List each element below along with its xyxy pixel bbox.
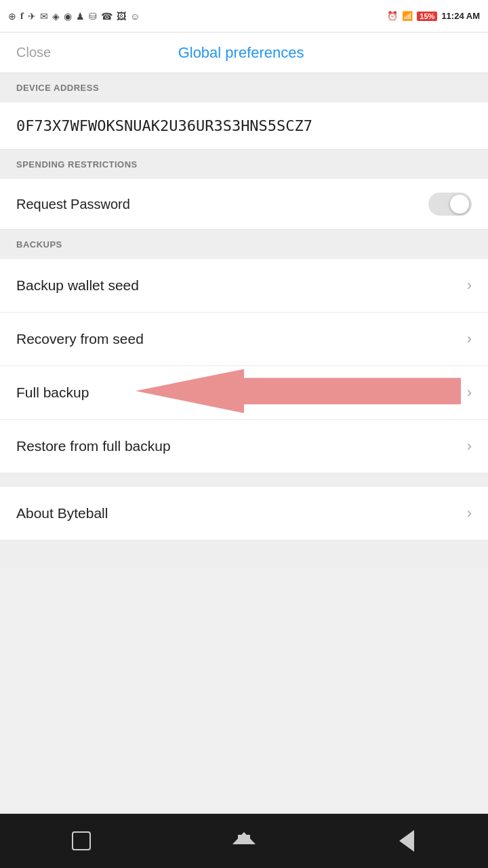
spending-restrictions-section-header: SPENDING RESTRICTIONS: [0, 150, 488, 179]
battery-indicator: 15%: [417, 12, 437, 21]
main-content: DEVICE ADDRESS 0F73X7WFWOKSNUAK2U36UR3S3…: [0, 73, 488, 622]
backup-wallet-seed-label: Backup wallet seed: [16, 277, 139, 294]
browser-icon: ⊕: [8, 11, 16, 22]
game-icon: ♟: [76, 11, 85, 22]
request-password-label: Request Password: [16, 197, 130, 212]
vpn-icon: ⛁: [89, 11, 97, 22]
image-icon: 🖼: [117, 11, 126, 22]
alarm-icon: ⏰: [387, 11, 398, 21]
about-byteball-row[interactable]: About Byteball ›: [0, 487, 488, 540]
recovery-from-seed-label: Recovery from seed: [16, 331, 144, 347]
status-bar: ⊕ 𝐟 ✈ ✉ ◈ ◉ ♟ ⛁ ☎ 🖼 ☺ ⏰ 📶 15% 11:24 AM: [0, 0, 488, 33]
request-password-toggle[interactable]: [428, 193, 472, 216]
request-password-row: Request Password: [0, 179, 488, 230]
signal-icon: 📶: [402, 11, 413, 21]
recovery-from-seed-chevron: ›: [467, 330, 472, 348]
square-icon: [72, 831, 91, 850]
close-button[interactable]: Close: [16, 45, 51, 60]
restore-from-full-backup-row[interactable]: Restore from full backup ›: [0, 420, 488, 473]
page-title: Global preferences: [178, 44, 304, 62]
telegram-icon: ✈: [28, 11, 36, 22]
emoji-icon: ☺: [130, 11, 140, 22]
facebook-icon: 𝐟: [20, 10, 24, 22]
backup-wallet-seed-row[interactable]: Backup wallet seed ›: [0, 259, 488, 313]
status-bar-icons: ⊕ 𝐟 ✈ ✉ ◈ ◉ ♟ ⛁ ☎ 🖼 ☺: [8, 10, 140, 22]
full-backup-label: Full backup: [16, 384, 89, 401]
nav-home-button[interactable]: [227, 824, 261, 858]
about-byteball-chevron: ›: [467, 505, 472, 522]
bottom-spacer: [0, 540, 488, 568]
svg-marker-0: [136, 369, 461, 413]
status-bar-right: ⏰ 📶 15% 11:24 AM: [387, 11, 480, 21]
device-address-value: 0F73X7WFWOKSNUAK2U36UR3S3HNS5SCZ7: [0, 102, 488, 150]
backup-wallet-seed-chevron: ›: [467, 277, 472, 294]
backups-section-header: BACKUPS: [0, 230, 488, 259]
about-byteball-label: About Byteball: [16, 505, 108, 521]
nav-square-button[interactable]: [64, 824, 98, 858]
discord-icon: ◈: [52, 11, 60, 22]
time-display: 11:24 AM: [441, 11, 480, 21]
bottom-nav-bar: [0, 814, 488, 868]
home-icon: [232, 832, 256, 844]
full-backup-chevron: ›: [467, 384, 472, 401]
discord2-icon: ◉: [64, 11, 72, 22]
nav-back-button[interactable]: [390, 824, 424, 858]
restore-from-full-backup-chevron: ›: [467, 437, 472, 455]
recovery-from-seed-row[interactable]: Recovery from seed ›: [0, 313, 488, 366]
back-icon: [399, 830, 414, 852]
section-spacer: [0, 473, 488, 487]
restore-from-full-backup-label: Restore from full backup: [16, 438, 171, 454]
device-address-section-header: DEVICE ADDRESS: [0, 73, 488, 102]
nav-bar: Close Global preferences: [0, 33, 488, 73]
gmail-icon: ✉: [40, 11, 48, 22]
whatsapp-icon: ☎: [101, 11, 113, 22]
home-icon-container: [232, 835, 256, 847]
full-backup-row[interactable]: Full backup ›: [0, 366, 488, 420]
